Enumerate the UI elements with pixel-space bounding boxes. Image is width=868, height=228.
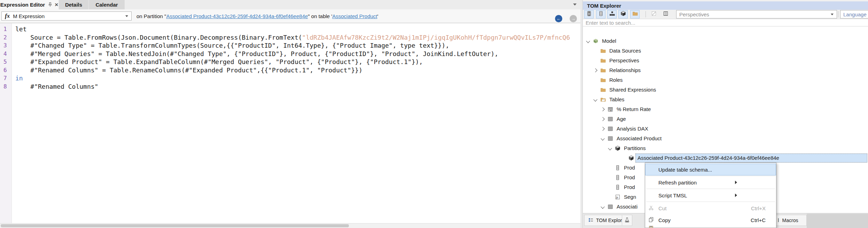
- toolbar-button-cube[interactable]: [618, 10, 628, 18]
- chevron-down-icon[interactable]: [608, 146, 612, 150]
- code-line[interactable]: #"Merged Queries" = Table.NestedJoin(#"C…: [15, 50, 580, 58]
- partition-link[interactable]: Associated Product-43c12c26-259f-4d24-93…: [166, 13, 308, 19]
- perspectives-dropdown[interactable]: Perspectives: [676, 10, 837, 18]
- toolbar-button-rows[interactable]: [596, 10, 605, 18]
- toolbar-button-hierarchy[interactable]: [607, 10, 617, 18]
- bottom-tab-icon[interactable]: [622, 215, 632, 226]
- code-segment-keyword: in: [15, 74, 23, 82]
- menu-item-partial[interactable]: [645, 226, 776, 228]
- svg-text:x: x: [610, 109, 612, 112]
- tab-overflow-chevron-icon[interactable]: [573, 3, 577, 6]
- chevron-down-icon[interactable]: [601, 205, 604, 209]
- code-segment-code: #"Renamed Columns": [15, 83, 98, 90]
- chevron-right-icon[interactable]: [601, 127, 604, 131]
- menu-item-script-tmsl[interactable]: Script TMSL: [645, 189, 776, 201]
- code-lines[interactable]: let Source = Table.FromRows(Json.Documen…: [12, 23, 580, 223]
- line-number: 5: [0, 58, 11, 66]
- tree-item-label: Data Sources: [609, 46, 641, 56]
- code-line[interactable]: #"Changed Type" = Table.TransformColumnT…: [15, 41, 580, 50]
- tab-details[interactable]: Details: [59, 0, 88, 9]
- menu-shortcut: Ctrl+X: [751, 205, 766, 211]
- menu-separator: [646, 202, 775, 202]
- tree-item-relationships[interactable]: Relationships: [583, 65, 868, 75]
- tree-item-partitions[interactable]: Partitions: [583, 143, 868, 153]
- chevron-right-icon[interactable]: [601, 107, 604, 111]
- tree-item-label: Roles: [609, 75, 623, 85]
- table-link[interactable]: Associated Product: [332, 13, 377, 19]
- tree-item-perspectives[interactable]: Perspectives: [583, 56, 868, 65]
- chevron-down-icon[interactable]: [593, 97, 597, 101]
- folder-icon: [600, 58, 606, 63]
- tree-item-model[interactable]: Model: [583, 36, 868, 46]
- tree-item-label: Prod: [624, 163, 635, 173]
- tree-item-analysis-dax[interactable]: Analysis DAX: [583, 124, 868, 134]
- code-segment-code: #"Renamed Columns" = Table.RenameColumns…: [15, 66, 362, 74]
- pin-icon[interactable]: [47, 2, 52, 8]
- search-input[interactable]: [583, 19, 868, 26]
- forward-icon[interactable]: →: [570, 15, 577, 22]
- toolbar-button-folder[interactable]: [630, 10, 640, 18]
- chevron-down-icon: [831, 14, 834, 15]
- menu-item-refresh-partition[interactable]: Refresh partition: [645, 176, 776, 188]
- folder-open-icon: [600, 97, 606, 102]
- tree-item-return-rate[interactable]: x% Return Rate: [583, 104, 868, 114]
- code-line[interactable]: Source = Table.FromRows(Json.Document(Bi…: [15, 33, 580, 42]
- column-icon: [615, 175, 620, 180]
- tree-item-tables[interactable]: Tables: [583, 95, 868, 104]
- code-line[interactable]: #"Renamed Columns": [15, 82, 580, 91]
- model-icon: [593, 38, 599, 44]
- tom-explorer-toolbar: Perspectives Language: [583, 10, 868, 19]
- context-prefix: on Partition ": [136, 13, 166, 19]
- code-editor[interactable]: 12345678 let Source = Table.FromRows(Jso…: [0, 23, 580, 223]
- code-line[interactable]: let: [15, 25, 580, 33]
- tree-item-associated-product[interactable]: Associated Product: [583, 134, 868, 143]
- close-icon[interactable]: ×: [55, 2, 58, 8]
- menu-item-update-table-schema[interactable]: Update table schema...: [645, 164, 776, 175]
- tree-item-label: Tables: [609, 95, 624, 104]
- toolbar-separator: [646, 11, 646, 17]
- tree-item-label: Age: [617, 114, 626, 124]
- tree-item-data-sources[interactable]: Data Sources: [583, 46, 868, 56]
- table-icon: [608, 204, 613, 210]
- line-number: 4: [0, 50, 11, 58]
- tree-item-shared-expressions[interactable]: Shared Expressions: [583, 85, 868, 95]
- chevron-down-icon[interactable]: [601, 136, 604, 140]
- line-number: 3: [0, 41, 11, 50]
- tree-item-label: Associated Product-43c12c26-259f-4d24-93…: [638, 153, 779, 163]
- chevron-down-icon[interactable]: [586, 39, 590, 43]
- menu-item-copy[interactable]: CopyCtrl+C: [645, 214, 776, 226]
- editor-tab-strip: Expression Editor×DetailsCalendar: [0, 0, 580, 9]
- scissors-icon: [648, 205, 655, 211]
- menu-separator: [646, 189, 775, 189]
- menu-item-label: Script TMSL: [658, 192, 687, 198]
- tab-expression-editor[interactable]: Expression Editor×: [0, 0, 58, 9]
- line-number-gutter: 12345678: [0, 23, 12, 223]
- folder-icon: [600, 77, 606, 83]
- tree-item-partition[interactable]: Associated Product-43c12c26-259f-4d24-93…: [583, 153, 868, 163]
- code-line[interactable]: in: [15, 74, 580, 82]
- scrollbar-thumb[interactable]: [1, 224, 349, 227]
- tree-item-roles[interactable]: Roles: [583, 75, 868, 85]
- toolbar-button-columns[interactable]: [661, 10, 670, 18]
- line-number: 1: [0, 25, 11, 33]
- chevron-right-icon[interactable]: [601, 117, 604, 121]
- expression-type-dropdown[interactable]: fx M Expression: [1, 11, 132, 21]
- horizontal-scrollbar[interactable]: [0, 223, 580, 228]
- code-line[interactable]: #"Expanded Product" = Table.ExpandTableC…: [15, 58, 580, 66]
- toolbar-button-calculator[interactable]: [584, 10, 594, 18]
- folder-icon: [600, 87, 606, 93]
- language-dropdown[interactable]: Language: [840, 10, 868, 18]
- tab-calendar[interactable]: Calendar: [89, 0, 125, 9]
- tree-item-age[interactable]: Age: [583, 114, 868, 124]
- tree-item-label: Perspectives: [609, 56, 639, 65]
- line-number: 8: [0, 82, 11, 91]
- tree-item-label: Prod: [624, 173, 635, 182]
- hierarchy-icon: [609, 11, 615, 18]
- chevron-right-icon[interactable]: [593, 68, 597, 72]
- code-line[interactable]: #"Renamed Columns" = Table.RenameColumns…: [15, 66, 580, 74]
- tree-item-label: Associati: [617, 202, 638, 212]
- tree-search-box: [583, 19, 868, 26]
- toolbar-button-dashed-box[interactable]: [649, 10, 658, 18]
- back-icon[interactable]: ←: [555, 15, 562, 22]
- tree-item-label: Partitions: [624, 143, 646, 153]
